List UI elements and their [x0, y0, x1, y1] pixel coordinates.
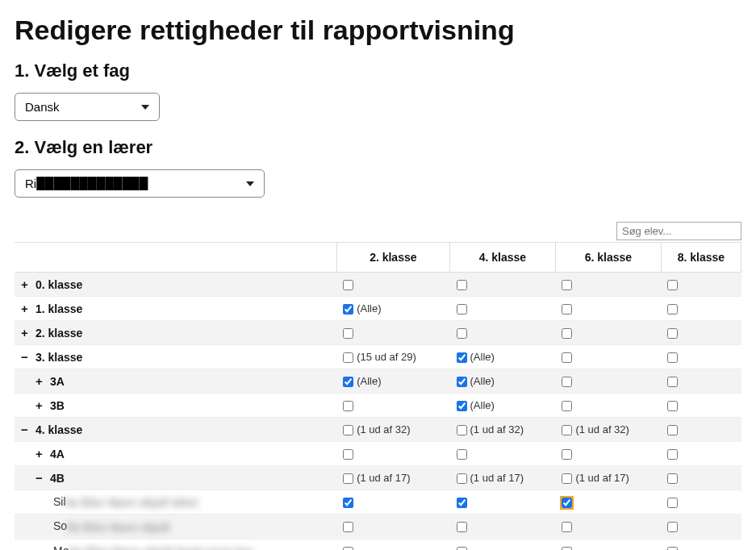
- permission-checkbox[interactable]: [343, 280, 353, 290]
- permission-count-text: (1 ud af 32): [470, 423, 524, 435]
- permission-count-text: (1 ud af 17): [470, 472, 524, 484]
- permission-checkbox[interactable]: [457, 352, 467, 363]
- permission-checkbox[interactable]: [562, 328, 572, 339]
- permission-checkbox[interactable]: [562, 352, 572, 363]
- row-label-cell: +1. klasse: [15, 297, 336, 321]
- permission-checkbox[interactable]: [343, 352, 353, 363]
- permission-checkbox[interactable]: [343, 377, 353, 387]
- permission-cell: [555, 297, 661, 321]
- expand-icon[interactable]: +: [36, 374, 47, 388]
- permission-checkbox[interactable]: [562, 377, 572, 387]
- permission-checkbox[interactable]: [667, 547, 678, 550]
- permission-checkbox[interactable]: [667, 449, 678, 460]
- collapse-icon[interactable]: −: [21, 423, 32, 436]
- expand-icon[interactable]: +: [36, 447, 47, 460]
- table-row: +4A: [15, 442, 741, 466]
- expand-icon[interactable]: +: [36, 398, 47, 412]
- permission-cell: [661, 369, 741, 394]
- row-label: 1. klasse: [36, 302, 82, 315]
- permission-checkbox[interactable]: [457, 498, 467, 508]
- permission-checkbox[interactable]: [667, 498, 678, 508]
- row-label-cell: +3B: [15, 394, 336, 418]
- permission-checkbox[interactable]: [343, 449, 353, 460]
- permission-checkbox[interactable]: [457, 522, 467, 532]
- permission-cell: (1 ud af 32): [336, 418, 449, 442]
- permission-cell: [555, 515, 661, 539]
- permission-checkbox[interactable]: [343, 304, 353, 315]
- column-header: 8. klasse: [661, 243, 741, 273]
- permission-checkbox[interactable]: [667, 304, 678, 315]
- redacted-text: tte Elev Navn skjult langt navn her: [69, 545, 253, 550]
- permission-checkbox[interactable]: [562, 522, 572, 532]
- student-name: So: [53, 519, 67, 532]
- row-label-cell: +3A: [15, 369, 336, 394]
- permission-cell: [661, 273, 741, 297]
- permission-checkbox[interactable]: [562, 280, 572, 290]
- permission-checkbox[interactable]: [343, 401, 353, 411]
- permission-cell: [661, 442, 741, 466]
- permission-checkbox[interactable]: [667, 377, 678, 387]
- permission-cell: [336, 490, 449, 515]
- permission-cell: [661, 345, 741, 369]
- permission-checkbox[interactable]: [562, 304, 572, 315]
- permission-checkbox[interactable]: [457, 449, 467, 460]
- permission-cell: [555, 539, 661, 550]
- permission-checkbox[interactable]: [457, 328, 467, 339]
- permission-checkbox[interactable]: [457, 377, 467, 387]
- permission-checkbox[interactable]: [562, 425, 572, 435]
- step1-heading: 1. Vælg et fag: [15, 60, 741, 81]
- permission-checkbox[interactable]: [457, 304, 467, 315]
- permission-count-text: (15 ud af 29): [357, 351, 416, 363]
- permission-checkbox[interactable]: [343, 547, 353, 550]
- permission-cell: [450, 273, 556, 297]
- permission-checkbox[interactable]: [667, 522, 678, 532]
- permission-cell: [450, 321, 556, 345]
- collapse-icon[interactable]: −: [21, 350, 32, 364]
- permission-checkbox[interactable]: [343, 473, 353, 484]
- permission-cell: [661, 418, 741, 442]
- permission-cell: [661, 515, 741, 539]
- permission-checkbox[interactable]: [457, 547, 467, 550]
- permission-checkbox[interactable]: [667, 401, 678, 411]
- permission-count-text: (Alle): [470, 351, 495, 363]
- table-row: −4. klasse(1 ud af 32)(1 ud af 32)(1 ud …: [15, 418, 741, 442]
- permission-checkbox[interactable]: [667, 352, 678, 363]
- permission-checkbox[interactable]: [343, 328, 353, 339]
- row-label: 4A: [50, 448, 65, 460]
- permission-checkbox[interactable]: [457, 473, 467, 484]
- permission-checkbox[interactable]: [667, 473, 678, 484]
- permission-checkbox[interactable]: [562, 449, 572, 460]
- search-input[interactable]: [616, 222, 741, 240]
- permission-checkbox[interactable]: [457, 401, 467, 411]
- permission-checkbox[interactable]: [562, 473, 572, 484]
- permission-checkbox[interactable]: [667, 280, 678, 290]
- row-label-cell: +0. klasse: [15, 273, 336, 297]
- permission-checkbox[interactable]: [562, 547, 572, 550]
- permission-checkbox[interactable]: [343, 498, 353, 508]
- teacher-select[interactable]: Ri█████████████: [15, 169, 265, 198]
- permission-cell: (1 ud af 17): [555, 466, 661, 490]
- permission-checkbox[interactable]: [562, 498, 572, 508]
- table-row: +2. klasse: [15, 321, 741, 345]
- permission-count-text: (1 ud af 32): [575, 423, 629, 435]
- permission-cell: [336, 273, 449, 297]
- permission-checkbox[interactable]: [457, 425, 467, 435]
- permission-cell: (Alle): [450, 369, 556, 394]
- permission-checkbox[interactable]: [667, 425, 678, 435]
- expand-icon[interactable]: +: [21, 302, 32, 315]
- permission-checkbox[interactable]: [343, 425, 353, 435]
- row-label-cell: −3. klasse: [15, 345, 336, 369]
- table-row: Silke Elev Navn skjult tekst: [15, 490, 741, 515]
- collapse-icon[interactable]: −: [36, 471, 47, 485]
- permission-cell: [450, 442, 556, 466]
- permission-checkbox[interactable]: [457, 280, 467, 290]
- permission-checkbox[interactable]: [562, 401, 572, 411]
- expand-icon[interactable]: +: [21, 277, 32, 291]
- expand-icon[interactable]: +: [21, 326, 32, 340]
- table-row: Mette Elev Navn skjult langt navn her: [15, 539, 741, 550]
- subject-select[interactable]: Dansk: [15, 93, 160, 121]
- permission-checkbox[interactable]: [343, 522, 353, 532]
- permission-cell: [661, 394, 741, 418]
- redacted-text: ke Elev Navn skjult tekst: [66, 496, 198, 509]
- permission-checkbox[interactable]: [667, 328, 678, 339]
